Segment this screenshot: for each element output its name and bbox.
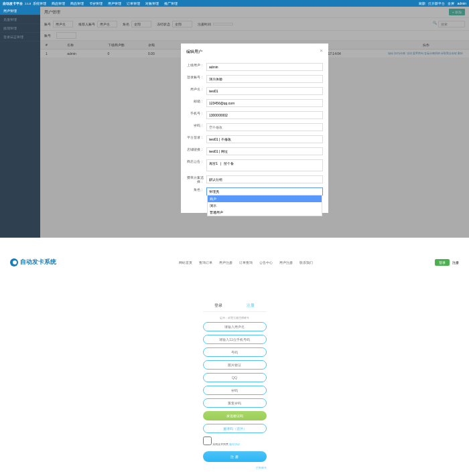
front-nav: 网站首页 查询订单 用户注册 订单查询 公告中心 用户注册 联系我们 [56, 260, 435, 264]
tab-register[interactable]: 注册 [234, 300, 267, 311]
nav-item[interactable]: 商品管理 [68, 1, 86, 5]
logo-icon [10, 258, 18, 266]
role-dropdown-list: 商户 演示 普通用户 [207, 195, 322, 216]
nav-link[interactable]: 公告中心 [259, 260, 273, 264]
sidebar-item-loginlog[interactable]: 登录日志管理 [0, 33, 40, 42]
nav-item[interactable]: 系统管理 [31, 1, 48, 5]
register-link[interactable]: 注册 [452, 260, 459, 264]
verify-input[interactable] [203, 360, 267, 370]
send-sms-button[interactable]: 发送验证码 [203, 411, 267, 420]
tab-login[interactable]: 登录 [203, 300, 235, 311]
code-input[interactable] [203, 347, 267, 357]
dropdown-option[interactable]: 演示 [208, 202, 322, 209]
phone-input[interactable] [203, 335, 267, 344]
nav-item[interactable]: 对账管理 [143, 1, 161, 5]
agree-checkbox[interactable] [203, 437, 212, 445]
nav-item[interactable]: 用户管理 [106, 1, 123, 5]
top-bar: 自动发卡平台 2.5.8 系统管理 商品管理 商品管理 卡密管理 用户管理 订单… [0, 0, 469, 7]
refresh-link[interactable]: 刷新 [419, 1, 425, 5]
top-nav: 系统管理 商品管理 商品管理 卡密管理 用户管理 订单管理 对账管理 推广管理 [31, 1, 180, 5]
announce-field[interactable] [206, 159, 323, 171]
register-submit-button[interactable]: 注 册 [203, 451, 267, 462]
password-field[interactable] [206, 123, 323, 131]
role-select[interactable]: 管理员 商户 演示 普通用户 [206, 187, 323, 195]
rate-select[interactable]: 默认分组 [206, 175, 323, 183]
phone-field[interactable] [206, 111, 323, 119]
dropdown-option[interactable]: 普通用户 [208, 209, 322, 216]
sidebar: 用户管理 充值管理 提现管理 登录日志管理 [0, 7, 40, 238]
nav-link[interactable]: 网站首页 [179, 260, 192, 264]
qq-input[interactable] [203, 373, 267, 382]
website-field[interactable] [206, 147, 323, 155]
fullscreen-link[interactable]: 全屏 [448, 1, 454, 5]
nickname-field[interactable] [206, 87, 323, 95]
nav-item[interactable]: 订单管理 [125, 1, 142, 5]
open-link[interactable]: 打开新平台 [428, 1, 445, 5]
terms-link[interactable]: 服务协议 [229, 443, 240, 446]
nav-item[interactable]: 商品管理 [50, 1, 67, 5]
username-input[interactable] [203, 322, 267, 331]
sidebar-item-withdraw[interactable]: 提现管理 [0, 24, 40, 33]
front-header: 自动发卡系统 网站首页 查询订单 用户注册 订单查询 公告中心 用户注册 联系我… [0, 258, 469, 273]
login-button[interactable]: 登录 [435, 259, 450, 266]
user-label[interactable]: admin [457, 1, 466, 5]
has-account-link[interactable]: 已有账号 [203, 466, 267, 469]
frontend-panel: 自动发卡系统 网站首页 查询订单 用户注册 订单查询 公告中心 用户注册 联系我… [0, 238, 469, 476]
platform-login-field[interactable] [206, 135, 323, 143]
username-field[interactable]: 演示体验 [206, 75, 323, 83]
sidebar-item-recharge[interactable]: 充值管理 [0, 15, 40, 24]
superior-field[interactable]: admin [206, 63, 323, 71]
brand: 自动发卡平台 [3, 1, 23, 5]
nav-link[interactable]: 用户注册 [279, 260, 293, 264]
nav-item[interactable]: 卡密管理 [87, 1, 105, 5]
nav-item[interactable]: 推广管理 [162, 1, 180, 5]
nav-link[interactable]: 订单查询 [239, 260, 253, 264]
edit-user-modal: × 编辑用户 上级用户： admin 登录账号： 演示体验 用户名： [181, 44, 328, 213]
password2-input[interactable] [203, 398, 267, 408]
modal-title: 编辑用户 [186, 49, 323, 58]
front-logo[interactable]: 自动发卡系统 [10, 258, 56, 266]
invite-input[interactable]: 邀请码（选填） [203, 424, 267, 433]
close-icon[interactable]: × [320, 48, 323, 54]
password-input[interactable] [203, 386, 267, 395]
modal-overlay: × 编辑用户 上级用户： admin 登录账号： 演示体验 用户名： [40, 7, 469, 238]
nav-link[interactable]: 联系我们 [299, 260, 313, 264]
email-field[interactable] [206, 99, 323, 107]
dropdown-option[interactable]: 商户 [208, 195, 322, 202]
admin-panel: 自动发卡平台 2.5.8 系统管理 商品管理 商品管理 卡密管理 用户管理 订单… [0, 0, 469, 238]
sidebar-item-users[interactable]: 用户管理 [0, 7, 40, 15]
auth-tip: 提示：欢迎光临注册账号 [203, 316, 267, 319]
nav-link[interactable]: 用户注册 [219, 260, 232, 264]
nav-link[interactable]: 查询订单 [199, 260, 212, 264]
auth-form: 登录 注册 提示：欢迎光临注册账号 发送验证码 邀请码（选填） 我阅读并同意 服… [203, 300, 267, 469]
